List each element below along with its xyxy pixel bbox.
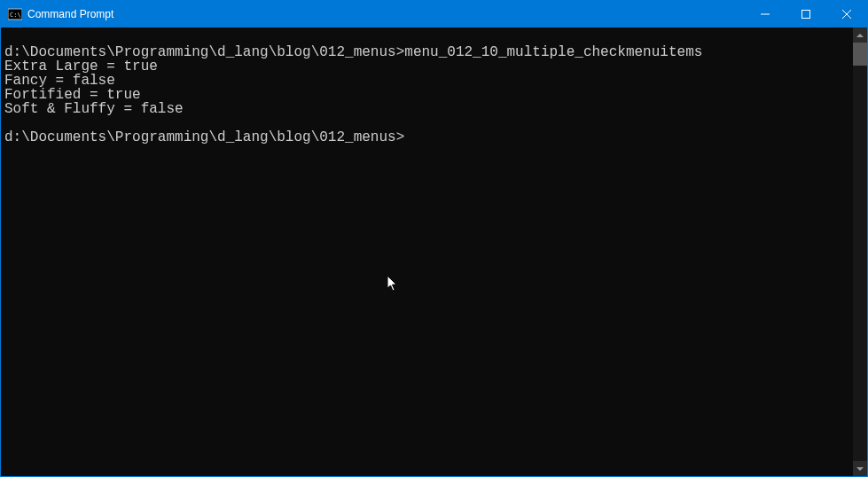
vertical-scrollbar[interactable] (853, 27, 867, 476)
scroll-thumb[interactable] (853, 43, 867, 66)
maximize-button[interactable] (786, 1, 826, 27)
window-title: Command Prompt (27, 8, 745, 20)
titlebar[interactable]: C:\ Command Prompt (1, 1, 867, 27)
command-prompt-window: C:\ Command Prompt d:\Documents\Programm… (0, 0, 868, 477)
close-button[interactable] (826, 1, 867, 27)
cmd-icon: C:\ (8, 7, 22, 21)
svg-rect-3 (802, 11, 810, 19)
minimize-button[interactable] (745, 1, 786, 27)
svg-text:C:\: C:\ (10, 12, 21, 19)
scroll-up-arrow[interactable] (853, 27, 867, 43)
scroll-down-arrow[interactable] (853, 461, 867, 476)
content-area: d:\Documents\Programming\d_lang\blog\012… (1, 27, 867, 476)
terminal-output[interactable]: d:\Documents\Programming\d_lang\blog\012… (1, 27, 853, 476)
svg-marker-7 (856, 467, 864, 471)
window-controls (745, 1, 867, 27)
svg-marker-6 (856, 34, 864, 37)
